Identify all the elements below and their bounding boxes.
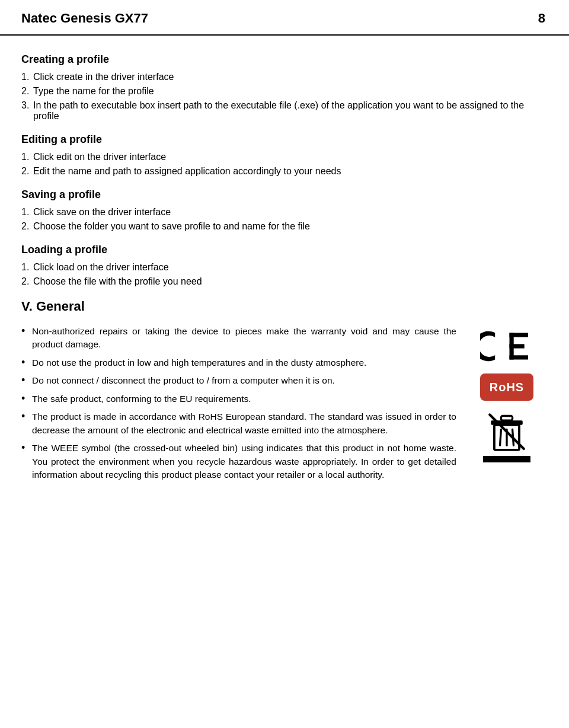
page-number: 8 — [538, 11, 545, 26]
editing-profile-heading: Editing a profile — [21, 133, 545, 146]
list-item: 1.Click edit on the driver interface — [21, 152, 545, 162]
creating-profile-heading: Creating a profile — [21, 53, 545, 66]
list-item: 1.Click save on the driver interface — [21, 207, 545, 218]
svg-rect-6 — [501, 416, 512, 420]
loading-profile-heading: Loading a profile — [21, 244, 545, 256]
svg-rect-1 — [510, 333, 529, 337]
logos-column: RoHS — [468, 325, 545, 462]
creating-profile-section: Creating a profile 1.Click create in the… — [21, 53, 545, 122]
editing-profile-section: Editing a profile 1.Click edit on the dr… — [21, 133, 545, 177]
list-item: Do not use the product in low and high t… — [21, 356, 456, 369]
ce-mark-icon — [480, 327, 533, 365]
general-section: V. General Non-authorized repairs or tak… — [21, 299, 545, 487]
list-item: 3.In the path to executable box insert p… — [21, 100, 545, 122]
svg-rect-3 — [510, 355, 529, 359]
general-text-block: Non-authorized repairs or taking the dev… — [21, 325, 468, 487]
list-item: Non-authorized repairs or taking the dev… — [21, 325, 456, 352]
loading-profile-list: 1.Click load on the driver interface 2.C… — [21, 262, 545, 287]
loading-profile-section: Loading a profile 1.Click load on the dr… — [21, 244, 545, 287]
rohs-badge-icon: RoHS — [480, 373, 533, 401]
creating-profile-list: 1.Click create in the driver interface 2… — [21, 72, 545, 122]
list-item: 1.Click load on the driver interface — [21, 262, 545, 273]
list-item: The product is made in accordance with R… — [21, 410, 456, 437]
main-content: Creating a profile 1.Click create in the… — [0, 53, 569, 510]
list-item: 2.Choose the file with the profile you n… — [21, 276, 545, 287]
list-item: The WEEE symbol (the crossed-out wheeled… — [21, 442, 456, 481]
general-bullet-list: Non-authorized repairs or taking the dev… — [21, 325, 456, 482]
document-title: Natec Genesis GX77 — [21, 11, 148, 26]
list-item: 2.Type the name for the profile — [21, 86, 545, 97]
list-item: The safe product, conforming to the EU r… — [21, 392, 456, 405]
svg-line-7 — [500, 429, 501, 445]
list-item: Do not connect / disconnect the product … — [21, 374, 456, 387]
list-item: 2.Choose the folder you want to save pro… — [21, 221, 545, 232]
general-content-wrapper: Non-authorized repairs or taking the dev… — [21, 325, 545, 487]
general-heading: V. General — [21, 299, 545, 314]
page-container: Natec Genesis GX77 8 Creating a profile … — [0, 0, 569, 728]
editing-profile-list: 1.Click edit on the driver interface 2.E… — [21, 152, 545, 177]
svg-rect-2 — [510, 344, 525, 348]
page-header: Natec Genesis GX77 8 — [0, 0, 569, 36]
list-item: 1.Click create in the driver interface — [21, 72, 545, 82]
saving-profile-list: 1.Click save on the driver interface 2.C… — [21, 207, 545, 232]
saving-profile-section: Saving a profile 1.Click save on the dri… — [21, 189, 545, 232]
saving-profile-heading: Saving a profile — [21, 189, 545, 201]
weee-symbol-icon — [483, 409, 530, 462]
list-item: 2.Edit the name and path to assigned app… — [21, 166, 545, 177]
weee-bar — [483, 456, 530, 462]
